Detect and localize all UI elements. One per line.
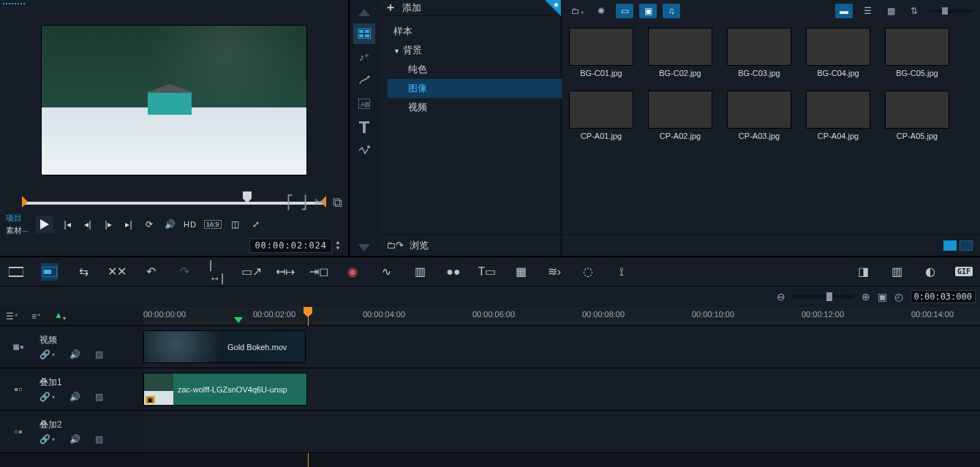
rail-text-icon[interactable] xyxy=(353,117,375,137)
timeline-zoom-slider[interactable] xyxy=(793,295,854,298)
track-fx-icon[interactable]: ▨ xyxy=(95,349,103,360)
rail-audio-icon[interactable]: ♪⁺ xyxy=(353,47,375,67)
mask-icon[interactable]: ◌ xyxy=(579,263,597,281)
browse-label[interactable]: 浏览 xyxy=(410,239,429,252)
timecode-stepper[interactable]: ▲▼ xyxy=(335,240,341,251)
zoom-out-icon[interactable]: ⊖ xyxy=(777,291,785,303)
subtitle-icon[interactable]: T▭ xyxy=(478,263,496,281)
favorites-tab[interactable] xyxy=(545,0,561,16)
volume-button[interactable]: 🔊 xyxy=(163,218,176,231)
track-overlay2-icon[interactable]: ▫▪ xyxy=(0,425,37,438)
timeline-ruler[interactable]: 00:00:00:0000:00:02:0000:00:04:0000:00:0… xyxy=(143,307,980,325)
fit-project-icon[interactable]: ▭↗ xyxy=(243,263,260,281)
mode-asset[interactable]: 素材— xyxy=(6,225,29,236)
rail-title-icon[interactable]: AB xyxy=(353,94,375,114)
library-thumb[interactable]: CP-A04.jpg xyxy=(806,91,870,140)
clock-icon[interactable]: ◴ xyxy=(894,291,903,303)
track-link-icon[interactable]: 🔗▾ xyxy=(39,392,55,402)
track-mute-icon[interactable]: 🔊 xyxy=(69,434,80,444)
zoom-fit-icon[interactable]: ▣ xyxy=(878,291,887,303)
marquee-button[interactable]: ◫ xyxy=(229,218,242,231)
library-thumb[interactable]: CP-A01.jpg xyxy=(569,91,633,140)
rail-collapse-up-icon[interactable] xyxy=(353,4,375,20)
loop-button[interactable]: ⟳ xyxy=(143,218,156,231)
track-link-icon[interactable]: 🔗▾ xyxy=(39,434,55,444)
tree-background[interactable]: ▼背景 xyxy=(388,41,562,60)
mark-in-icon[interactable]: ⎡ xyxy=(287,194,293,210)
sort-icon[interactable]: ⇅ xyxy=(905,4,923,18)
chapter-icon[interactable]: ▥ xyxy=(411,263,429,281)
mode-project[interactable]: 项目 xyxy=(6,213,29,224)
rail-fx-icon[interactable] xyxy=(353,140,375,161)
step-back-button[interactable]: ◂| xyxy=(81,218,94,231)
track-link-icon[interactable]: 🔗▾ xyxy=(39,349,55,360)
split-scissors-icon[interactable]: ✂ xyxy=(314,194,325,210)
track-overlay1-icon[interactable]: ▪▫ xyxy=(0,383,37,396)
library-thumb[interactable]: BG-C03.jpg xyxy=(727,28,791,77)
track-options-1-icon[interactable]: ☰⁺ xyxy=(6,311,18,322)
filmstrip-icon[interactable]: ▥ xyxy=(888,263,905,281)
mark-out-icon[interactable]: ⎦ xyxy=(301,194,307,210)
expand-button[interactable]: ⤢ xyxy=(249,218,263,231)
timeline-marker[interactable] xyxy=(234,317,243,323)
view-grid-icon[interactable]: ▦ xyxy=(882,4,900,18)
go-end-button[interactable]: ▸| xyxy=(122,218,135,231)
scrub-bar[interactable]: ⎡ ⎦ ✂ ⧉ xyxy=(0,193,348,213)
layout-pane-1[interactable] xyxy=(943,240,957,251)
rail-expand-down-icon[interactable] xyxy=(353,240,375,256)
clip-gold-bokeh[interactable]: Gold Bokeh.mov xyxy=(143,330,306,363)
project-timecode[interactable]: 0:00:03:000 xyxy=(911,290,976,303)
track-fx-icon[interactable]: ▨ xyxy=(95,434,103,444)
hd-toggle[interactable]: HD xyxy=(184,218,197,231)
library-thumb[interactable]: CP-A05.jpg xyxy=(885,91,949,140)
clip-zac-wolff[interactable]: zac-wolff-LGZsnOV4q6U-unsp ▣ xyxy=(143,373,307,406)
panel-drag-handle[interactable] xyxy=(0,0,348,7)
add-plus-icon[interactable]: ＋ xyxy=(385,0,396,15)
tree-image[interactable]: 图像 xyxy=(388,79,562,98)
playhead[interactable] xyxy=(304,307,312,317)
tree-solid[interactable]: 纯色 xyxy=(388,60,562,79)
preview-timecode[interactable]: 00:00:02:024 xyxy=(249,238,332,253)
replace-icon[interactable]: ⇆ xyxy=(75,263,92,281)
grid-cells-icon[interactable]: ▦ xyxy=(512,263,529,281)
library-thumb[interactable]: BG-C01.jpg xyxy=(569,28,633,77)
aspect-ratio-button[interactable]: 16:9 xyxy=(204,220,222,229)
track-mute-icon[interactable]: 🔊 xyxy=(69,349,80,360)
track-motion-icon[interactable]: ⟟ xyxy=(613,263,630,281)
filter-audio-icon[interactable]: ♫ xyxy=(663,4,680,18)
storyboard-view-icon[interactable] xyxy=(7,263,25,281)
library-thumb[interactable]: BG-C05.jpg xyxy=(885,28,949,77)
library-thumb[interactable]: CP-A02.jpg xyxy=(648,91,712,140)
motion-icon[interactable]: ≋› xyxy=(546,263,563,281)
track-mute-icon[interactable]: 🔊 xyxy=(69,392,80,402)
view-thumb-icon[interactable]: ▬ xyxy=(835,4,853,18)
capture-icon[interactable]: ✺ xyxy=(592,4,610,18)
fit-width-icon[interactable]: |↔| xyxy=(209,263,227,281)
step-fwd-button[interactable]: |▸ xyxy=(102,218,115,231)
insert-icon[interactable]: ⇥◻ xyxy=(310,263,328,281)
track-video-icon[interactable]: ■▪ xyxy=(0,341,37,354)
redo-icon[interactable]: ↷ xyxy=(176,263,193,281)
marker-add-icon[interactable]: ▲▾ xyxy=(54,310,66,322)
library-thumb[interactable]: BG-C04.jpg xyxy=(806,28,870,77)
library-thumb[interactable]: BG-C02.jpg xyxy=(648,28,712,77)
track-fx-icon[interactable]: ▨ xyxy=(95,392,103,402)
record-icon[interactable]: ◉ xyxy=(344,263,361,281)
add-label[interactable]: 添加 xyxy=(402,1,421,15)
zoom-in-icon[interactable]: ⊕ xyxy=(862,291,870,303)
undo-icon[interactable]: ↶ xyxy=(142,263,159,281)
rail-transition-icon[interactable] xyxy=(353,70,375,91)
rail-media-icon[interactable] xyxy=(353,23,375,44)
library-thumb[interactable]: CP-A03.jpg xyxy=(727,91,791,140)
audio-wave-icon[interactable]: ∿ xyxy=(377,263,395,281)
play-button[interactable] xyxy=(36,216,53,233)
tools-icon[interactable]: ✕✕ xyxy=(108,263,126,281)
timeline-view-icon[interactable] xyxy=(41,263,59,281)
track-options-2-icon[interactable]: ≡⁺ xyxy=(31,311,41,322)
view-list-icon[interactable]: ☰ xyxy=(859,4,876,18)
split-arrows-icon[interactable]: ↤↦ xyxy=(276,263,294,281)
layout-pane-2[interactable] xyxy=(960,240,973,251)
thumb-zoom-slider[interactable] xyxy=(929,10,973,12)
import-folder-icon[interactable]: 🗀₊ xyxy=(569,4,587,18)
multi-icon[interactable]: ●● xyxy=(445,263,462,281)
